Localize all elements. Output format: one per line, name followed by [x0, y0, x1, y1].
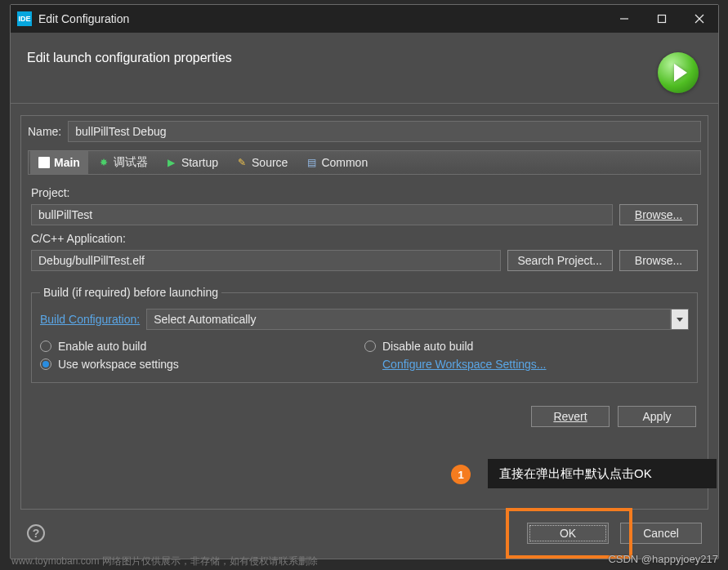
- configure-workspace-settings-row: Configure Workspace Settings...: [364, 358, 689, 371]
- cancel-button[interactable]: Cancel: [620, 523, 702, 544]
- apply-button[interactable]: Apply: [618, 406, 696, 427]
- tab-bar: Main ✸ 调试器 ▶ Startup ✎ Source ▤ Common: [28, 150, 701, 175]
- help-button[interactable]: ?: [27, 524, 45, 542]
- dialog-bottom: ? OK Cancel: [11, 513, 718, 559]
- watermark-bottom: www.toymoban.com 网络图片仅供展示，非存储，如有侵权请联系删除: [11, 554, 318, 568]
- tab-source-label: Source: [252, 156, 288, 169]
- disable-auto-label: Disable auto build: [382, 340, 473, 353]
- maximize-button[interactable]: [643, 5, 681, 33]
- titlebar: IDE Edit Configuration: [11, 5, 718, 33]
- close-icon: [695, 14, 704, 24]
- revert-button[interactable]: Revert: [531, 406, 610, 427]
- radio-checked-icon: [40, 358, 51, 370]
- use-ws-label: Use workspace settings: [58, 358, 179, 371]
- build-group: Build (if required) before launching Bui…: [31, 286, 698, 383]
- radio-icon: [40, 341, 51, 352]
- project-label: Project:: [31, 186, 698, 199]
- build-config-link[interactable]: Build Configuration:: [40, 313, 140, 326]
- dialog-header: Edit launch configuration properties: [11, 33, 718, 104]
- maximize-icon: [657, 14, 667, 24]
- name-row: Name:: [28, 121, 701, 142]
- app-label: C/C++ Application:: [31, 232, 698, 245]
- build-config-row: Build Configuration:: [40, 309, 689, 330]
- mid-footer: Revert Apply: [33, 406, 696, 427]
- tab-common-label: Common: [321, 156, 368, 169]
- watermark-csdn: CSDN @happyjoey217: [608, 553, 718, 565]
- play-icon: ▶: [166, 157, 177, 168]
- app-browse-button[interactable]: Browse...: [619, 250, 698, 271]
- tab-common[interactable]: ▤ Common: [297, 151, 376, 174]
- app-input[interactable]: [31, 250, 501, 271]
- annotation-badge: 1: [451, 465, 471, 484]
- close-button[interactable]: [681, 5, 718, 33]
- tab-debugger-label: 调试器: [114, 155, 148, 170]
- svg-rect-1: [659, 16, 666, 23]
- browse-label: Browse...: [635, 208, 682, 221]
- run-icon: [658, 52, 699, 93]
- build-config-value[interactable]: [146, 309, 671, 330]
- disable-auto-build-radio[interactable]: Disable auto build: [364, 340, 689, 353]
- chevron-down-icon[interactable]: [671, 309, 689, 330]
- project-row: Browse...: [31, 204, 698, 225]
- window-title: Edit Configuration: [38, 12, 605, 25]
- enable-auto-build-radio[interactable]: Enable auto build: [40, 340, 364, 353]
- name-label: Name:: [28, 125, 61, 138]
- list-icon: ▤: [306, 157, 317, 168]
- file-icon: [38, 157, 50, 168]
- tab-startup-label: Startup: [181, 156, 218, 169]
- radio-icon: [364, 341, 376, 352]
- app-row: Search Project... Browse...: [31, 250, 698, 271]
- tab-content-main: Project: Browse... C/C++ Application: Se…: [28, 175, 701, 432]
- annotation-text: 直接在弹出框中默认点击OK: [488, 459, 717, 488]
- project-input[interactable]: [31, 204, 613, 225]
- revert-label: Revert: [553, 410, 587, 423]
- enable-auto-label: Enable auto build: [58, 340, 146, 353]
- project-browse-button[interactable]: Browse...: [619, 204, 698, 225]
- dialog-heading: Edit launch configuration properties: [27, 47, 658, 65]
- build-legend: Build (if required) before launching: [40, 286, 221, 299]
- tab-startup[interactable]: ▶ Startup: [158, 151, 226, 174]
- use-workspace-settings-radio[interactable]: Use workspace settings: [40, 358, 364, 371]
- dialog-body: Name: Main ✸ 调试器 ▶ Startup ✎ Source ▤: [20, 115, 708, 510]
- tab-main-label: Main: [54, 156, 80, 169]
- tab-debugger[interactable]: ✸ 调试器: [90, 151, 156, 174]
- tab-main[interactable]: Main: [30, 151, 88, 174]
- search-project-button[interactable]: Search Project...: [507, 250, 614, 271]
- pencil-icon: ✎: [236, 157, 248, 168]
- build-config-select[interactable]: [146, 309, 689, 330]
- minimize-button[interactable]: [605, 5, 643, 33]
- configure-workspace-link[interactable]: Configure Workspace Settings...: [382, 358, 547, 371]
- ok-button[interactable]: OK: [527, 523, 609, 544]
- bug-icon: ✸: [98, 157, 109, 168]
- name-input[interactable]: [68, 121, 701, 142]
- tab-source[interactable]: ✎ Source: [228, 151, 296, 174]
- ide-icon: IDE: [17, 11, 32, 26]
- build-radio-grid: Enable auto build Disable auto build Use…: [40, 340, 689, 371]
- minimize-icon: [619, 14, 629, 24]
